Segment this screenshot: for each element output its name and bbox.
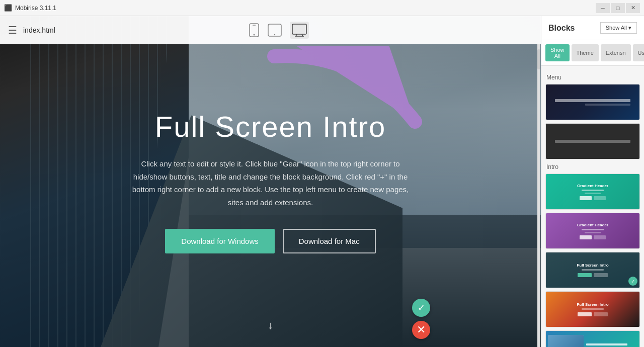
tab-show-all[interactable]: Show All [545,44,570,61]
panel-scrollbar-track[interactable] [537,44,540,347]
canvas-area: ☰ index.html [0,16,541,347]
desktop-view-button[interactable] [290,22,309,39]
svg-point-1 [254,34,255,35]
device-selector [249,22,309,39]
app-title: Mobirise 3.11.1 [15,5,56,12]
menu-block-1[interactable] [545,84,640,120]
blocks-panel: Blocks Show All ▾ Show All Theme Extensn… [541,16,644,347]
hero-buttons: Download for Windows Download for Mac [95,229,447,253]
menu-block-2[interactable] [545,123,640,159]
hero-title: Full Screen Intro [95,110,447,143]
scroll-indicator: ↓ [268,319,273,332]
intro-block-media[interactable] [545,330,640,347]
panel-content: Menu [541,66,644,347]
confirm-button[interactable]: ✓ [412,299,430,317]
tablet-view-button[interactable] [268,24,282,37]
app-info: ⬛ Mobirise 3.11.1 [4,4,56,12]
intro-section: Intro Gradient Header [545,163,640,347]
title-bar: ⬛ Mobirise 3.11.1 ─ □ ✕ [0,0,644,16]
close-button[interactable]: ✕ [626,3,640,13]
panel-tabs: Show All Theme Extensn User [541,40,644,66]
window-controls: ─ □ ✕ [596,3,640,13]
tab-theme[interactable]: Theme [572,44,599,61]
maximize-button[interactable]: □ [611,3,625,13]
tab-extensn[interactable]: Extensn [601,44,631,61]
menu-section: Menu [545,74,640,159]
hamburger-icon[interactable]: ☰ [8,24,17,36]
add-block-button[interactable]: ✕ [412,321,430,339]
svg-rect-5 [292,24,306,34]
menu-section-label: Menu [546,74,640,81]
app-icon: ⬛ [4,4,12,12]
show-all-dropdown[interactable]: Show All ▾ [600,22,637,34]
hero-content: Full Screen Intro Click any text to edit… [95,110,447,253]
filename-label: index.html [23,26,55,34]
intro-section-label: Intro [546,163,640,170]
panel-title: Blocks [548,24,575,33]
toolbar-left: ☰ index.html [8,24,55,36]
canvas-toolbar: ☰ index.html [0,16,541,44]
download-mac-button[interactable]: Download for Mac [283,229,376,253]
download-windows-button[interactable]: Download for Windows [165,229,274,253]
intro-block-gradient-teal[interactable]: Gradient Header [545,173,640,210]
minimize-button[interactable]: ─ [596,3,610,13]
tab-user[interactable]: User [633,44,644,61]
mobile-view-button[interactable] [249,23,260,37]
panel-scrollbar-thumb[interactable] [537,49,540,69]
hero-description: Click any text to edit or style it. Clic… [125,157,417,209]
intro-block-gradient-purple[interactable]: Gradient Header [545,213,640,249]
intro-block-fullscreen-sunset[interactable]: Full Screen Intro [545,291,640,327]
panel-header: Blocks Show All ▾ [541,16,644,40]
intro-block-fullscreen-dark[interactable]: Full Screen Intro ✓ [545,252,640,288]
active-check-icon: ✓ [628,277,637,286]
svg-point-4 [274,34,275,35]
